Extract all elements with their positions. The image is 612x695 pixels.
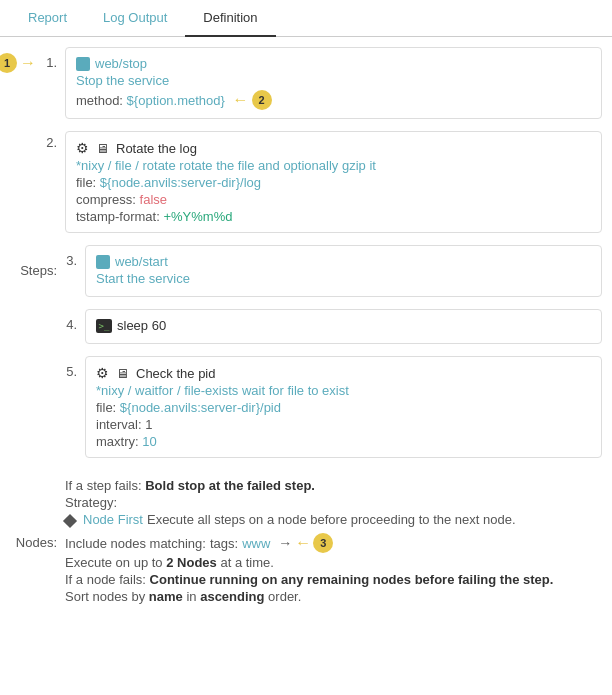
sort-in: in: [186, 589, 200, 604]
fail-strategy-row: If a step fails: Bold stop at the failed…: [10, 478, 602, 529]
step-2-row: 2. ⚙ 🖥 Rotate the log *nixy / file / rot…: [10, 131, 602, 237]
arrow-left-badge: ←: [233, 92, 249, 108]
step-2-compress: compress: false: [76, 192, 591, 207]
node-fail-text: Continue running on any remaining nodes …: [150, 572, 554, 587]
fail-strategy-content: If a step fails: Bold stop at the failed…: [65, 478, 602, 529]
step-4-content: >_ sleep 60: [85, 309, 602, 348]
include-nodes-label: Include nodes matching:: [65, 536, 206, 551]
badge-3-arrow: ←: [295, 535, 311, 551]
step-3-row: 3. web/start Start the service: [65, 245, 602, 301]
file-value-5: ${node.anvils:server-dir}/pid: [120, 400, 281, 415]
tab-log-output[interactable]: Log Output: [85, 0, 185, 37]
fail-info-text: If a step fails: Bold stop at the failed…: [65, 478, 602, 493]
strategy-row: Strategy:: [65, 495, 602, 510]
step-2-subtitle: *nixy / file / rotate rotate the file an…: [76, 158, 591, 173]
execute-suffix: at a time.: [220, 555, 273, 570]
badge-1: 1: [0, 53, 17, 73]
step-2-tstamp: tstamp-format: +%Y%m%d: [76, 209, 591, 224]
file-label-5: file:: [96, 400, 120, 415]
step-3-link[interactable]: web/start: [115, 254, 168, 269]
steps-3-4-5: 3. web/start Start the service 4.: [65, 245, 602, 470]
maxtry-label: maxtry:: [96, 434, 142, 449]
step-1-card: web/stop Stop the service method: ${opti…: [65, 47, 602, 119]
blue-box-icon-3: [96, 255, 110, 269]
nodes-section: Nodes: Include nodes matching: tags: www…: [10, 533, 602, 604]
sort-field: name: [149, 589, 183, 604]
file-label-2: file:: [76, 175, 100, 190]
step-5-card: ⚙ 🖥 Check the pid *nixy / waitfor / file…: [85, 356, 602, 458]
step-5-title-row: ⚙ 🖥 Check the pid: [96, 365, 591, 381]
node-fail-prefix: If a node fails:: [65, 572, 146, 587]
step-5-file: file: ${node.anvils:server-dir}/pid: [96, 400, 591, 415]
tstamp-label: tstamp-format:: [76, 209, 163, 224]
sort-prefix: Sort nodes by: [65, 589, 145, 604]
step-5-interval: interval: 1: [96, 417, 591, 432]
step-4-title: sleep 60: [117, 318, 166, 333]
badge-3-circle: 3: [313, 533, 333, 553]
compress-label: compress:: [76, 192, 140, 207]
execute-row: Execute on up to 2 Nodes at a time.: [65, 555, 602, 570]
step-1-title: Stop the service: [76, 73, 591, 88]
badge-2: 2: [252, 90, 272, 110]
tstamp-value: +%Y%m%d: [163, 209, 232, 224]
step-2-title-row: ⚙ 🖥 Rotate the log: [76, 140, 591, 156]
include-nodes-row: Include nodes matching: tags: www → ← 3: [65, 533, 602, 553]
tab-bar: Report Log Output Definition: [0, 0, 612, 37]
node-first-desc: Execute all steps on a node before proce…: [147, 512, 516, 527]
step-4-row: 4. >_ sleep 60: [65, 309, 602, 348]
step-1-content: 1 → web/stop Stop the service method: ${…: [65, 47, 602, 123]
node-first-label: Node First: [83, 512, 143, 527]
step-5-num: 5.: [65, 356, 85, 379]
blue-box-icon-1: [76, 57, 90, 71]
execute-prefix: Execute on up to: [65, 555, 163, 570]
step-1-method: method: ${option.method} ← 2: [76, 90, 591, 110]
monitor-icon-2: 🖥: [96, 141, 109, 156]
step-2-content: ⚙ 🖥 Rotate the log *nixy / file / rotate…: [65, 131, 602, 237]
strategy-label: Strategy:: [65, 495, 117, 510]
monitor-icon-5: 🖥: [116, 366, 129, 381]
tab-report[interactable]: Report: [10, 0, 85, 37]
step-4-num: 4.: [65, 309, 85, 332]
compress-value: false: [140, 192, 167, 207]
node-first-row: Node First Execute all steps on a node b…: [65, 512, 602, 527]
step-5-content: ⚙ 🖥 Check the pid *nixy / waitfor / file…: [85, 356, 602, 462]
file-value-2: ${node.anvils:server-dir}/log: [100, 175, 261, 190]
step-3-content: web/start Start the service: [85, 245, 602, 301]
step-1-link[interactable]: web/stop: [95, 56, 147, 71]
step-3-card: web/start Start the service: [85, 245, 602, 297]
tab-definition[interactable]: Definition: [185, 0, 275, 37]
gear-icon-5: ⚙: [96, 365, 109, 381]
step-1-row: 1. 1 → web/stop Stop the service method:…: [10, 47, 602, 123]
step-2-file: file: ${node.anvils:server-dir}/log: [76, 175, 591, 190]
diamond-icon: [63, 513, 77, 527]
step-5-row: 5. ⚙ 🖥 Check the pid *nixy / waitfor / f…: [65, 356, 602, 462]
step-1-right-badge: ← 2: [233, 90, 272, 110]
interval-label: interval:: [96, 417, 145, 432]
step-5-title: Check the pid: [136, 366, 216, 381]
main-content: 1. 1 → web/stop Stop the service method:…: [0, 47, 612, 604]
tags-value: www: [242, 536, 270, 551]
step-1-title-row: web/stop: [76, 56, 591, 71]
execute-unit: Nodes: [177, 555, 217, 570]
step-2-num: 2.: [10, 131, 65, 237]
step-3-title-row: web/start: [96, 254, 591, 269]
tags-label: tags:: [210, 536, 238, 551]
nodes-badge-row: → ← 3: [278, 533, 333, 553]
step-3-num: 3.: [65, 245, 85, 268]
fail-strong: Bold stop at the failed step.: [145, 478, 315, 493]
method-value: ${option.method}: [127, 93, 225, 108]
step-4-card: >_ sleep 60: [85, 309, 602, 344]
method-label: method:: [76, 93, 127, 108]
step-2-card: ⚙ 🖥 Rotate the log *nixy / file / rotate…: [65, 131, 602, 233]
nodes-content: Include nodes matching: tags: www → ← 3 …: [65, 533, 602, 604]
step-2-title: Rotate the log: [116, 141, 197, 156]
node-fail-row: If a node fails: Continue running on any…: [65, 572, 602, 587]
step-5-maxtry: maxtry: 10: [96, 434, 591, 449]
interval-value: 1: [145, 417, 152, 432]
fail-label: If a step fails:: [65, 478, 142, 493]
maxtry-value: 10: [142, 434, 156, 449]
sort-suffix: order.: [268, 589, 301, 604]
step-1-arrow-badge: 1 →: [0, 53, 36, 73]
arrow-right-nodes: →: [278, 535, 292, 551]
nodes-side-label: Nodes:: [10, 533, 65, 550]
